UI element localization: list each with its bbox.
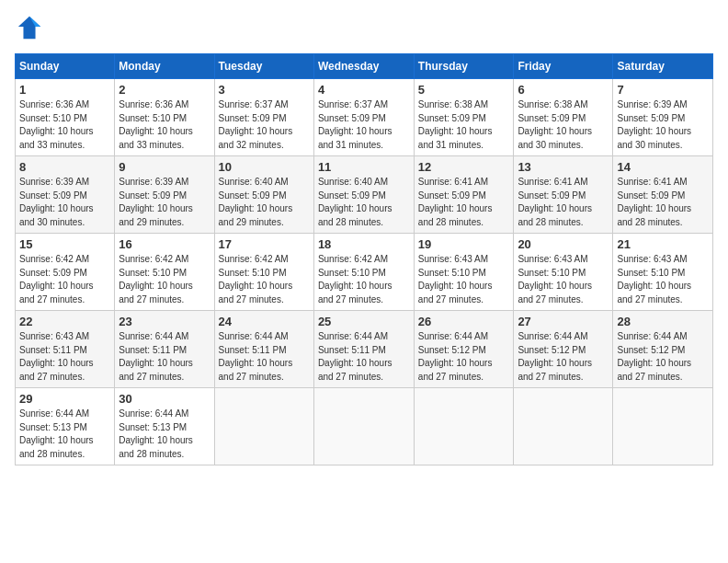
day-cell: 26Sunrise: 6:44 AMSunset: 5:12 PMDayligh… xyxy=(414,311,514,388)
day-number: 23 xyxy=(119,315,210,328)
week-row-4: 22Sunrise: 6:43 AMSunset: 5:11 PMDayligh… xyxy=(16,311,713,388)
day-info: Sunrise: 6:44 AMSunset: 5:13 PMDaylight:… xyxy=(119,408,210,461)
day-number: 5 xyxy=(418,83,510,97)
calendar-table: SundayMondayTuesdayWednesdayThursdayFrid… xyxy=(15,53,713,465)
day-info: Sunrise: 6:37 AMSunset: 5:09 PMDaylight:… xyxy=(318,98,410,152)
day-info: Sunrise: 6:40 AMSunset: 5:09 PMDaylight:… xyxy=(318,176,410,229)
day-number: 29 xyxy=(19,392,110,406)
day-info: Sunrise: 6:39 AMSunset: 5:09 PMDaylight:… xyxy=(119,176,210,229)
column-header-sunday: Sunday xyxy=(16,54,115,79)
day-cell: 7Sunrise: 6:39 AMSunset: 5:09 PMDaylight… xyxy=(613,79,713,156)
day-number: 27 xyxy=(518,315,609,328)
day-cell: 10Sunrise: 6:40 AMSunset: 5:09 PMDayligh… xyxy=(214,156,313,234)
day-info: Sunrise: 6:42 AMSunset: 5:10 PMDaylight:… xyxy=(219,253,310,306)
day-info: Sunrise: 6:44 AMSunset: 5:11 PMDaylight:… xyxy=(318,330,410,384)
day-cell xyxy=(613,388,713,465)
day-info: Sunrise: 6:43 AMSunset: 5:10 PMDaylight:… xyxy=(418,253,510,306)
day-cell: 17Sunrise: 6:42 AMSunset: 5:10 PMDayligh… xyxy=(214,234,313,311)
week-row-3: 15Sunrise: 6:42 AMSunset: 5:09 PMDayligh… xyxy=(16,234,713,311)
day-number: 16 xyxy=(119,237,210,251)
day-number: 15 xyxy=(19,237,110,251)
column-header-friday: Friday xyxy=(514,54,613,79)
column-header-tuesday: Tuesday xyxy=(214,54,313,79)
column-header-wednesday: Wednesday xyxy=(313,54,414,79)
day-cell: 25Sunrise: 6:44 AMSunset: 5:11 PMDayligh… xyxy=(313,311,414,388)
week-row-2: 8Sunrise: 6:39 AMSunset: 5:09 PMDaylight… xyxy=(16,156,713,234)
day-info: Sunrise: 6:40 AMSunset: 5:09 PMDaylight:… xyxy=(219,176,310,229)
day-info: Sunrise: 6:38 AMSunset: 5:09 PMDaylight:… xyxy=(518,98,609,152)
column-header-monday: Monday xyxy=(115,54,214,79)
day-info: Sunrise: 6:44 AMSunset: 5:13 PMDaylight:… xyxy=(19,408,110,461)
day-number: 6 xyxy=(518,83,609,97)
day-number: 9 xyxy=(119,160,210,174)
day-cell: 13Sunrise: 6:41 AMSunset: 5:09 PMDayligh… xyxy=(514,156,613,234)
day-info: Sunrise: 6:44 AMSunset: 5:11 PMDaylight:… xyxy=(219,330,310,384)
day-info: Sunrise: 6:44 AMSunset: 5:12 PMDaylight:… xyxy=(518,330,609,384)
calendar-header-row: SundayMondayTuesdayWednesdayThursdayFrid… xyxy=(16,54,713,79)
day-number: 4 xyxy=(318,83,410,97)
day-info: Sunrise: 6:36 AMSunset: 5:10 PMDaylight:… xyxy=(19,98,110,152)
day-cell xyxy=(313,388,414,465)
day-number: 30 xyxy=(119,392,210,406)
logo xyxy=(15,15,44,44)
day-number: 17 xyxy=(219,237,310,251)
day-number: 24 xyxy=(219,315,310,328)
day-info: Sunrise: 6:44 AMSunset: 5:11 PMDaylight:… xyxy=(119,330,210,384)
day-cell: 19Sunrise: 6:43 AMSunset: 5:10 PMDayligh… xyxy=(414,234,514,311)
day-cell: 23Sunrise: 6:44 AMSunset: 5:11 PMDayligh… xyxy=(115,311,214,388)
day-info: Sunrise: 6:44 AMSunset: 5:12 PMDaylight:… xyxy=(418,330,510,384)
day-cell: 9Sunrise: 6:39 AMSunset: 5:09 PMDaylight… xyxy=(115,156,214,234)
day-number: 2 xyxy=(119,83,210,97)
day-info: Sunrise: 6:43 AMSunset: 5:10 PMDaylight:… xyxy=(617,253,709,306)
column-header-saturday: Saturday xyxy=(613,54,713,79)
day-cell: 20Sunrise: 6:43 AMSunset: 5:10 PMDayligh… xyxy=(514,234,613,311)
day-info: Sunrise: 6:38 AMSunset: 5:09 PMDaylight:… xyxy=(418,98,510,152)
day-cell: 21Sunrise: 6:43 AMSunset: 5:10 PMDayligh… xyxy=(613,234,713,311)
day-info: Sunrise: 6:41 AMSunset: 5:09 PMDaylight:… xyxy=(617,176,709,229)
day-number: 22 xyxy=(19,315,110,328)
day-cell: 29Sunrise: 6:44 AMSunset: 5:13 PMDayligh… xyxy=(16,388,115,465)
day-cell xyxy=(514,388,613,465)
day-info: Sunrise: 6:42 AMSunset: 5:09 PMDaylight:… xyxy=(19,253,110,306)
day-cell: 5Sunrise: 6:38 AMSunset: 5:09 PMDaylight… xyxy=(414,79,514,156)
day-cell: 28Sunrise: 6:44 AMSunset: 5:12 PMDayligh… xyxy=(613,311,713,388)
day-cell: 2Sunrise: 6:36 AMSunset: 5:10 PMDaylight… xyxy=(115,79,214,156)
week-row-5: 29Sunrise: 6:44 AMSunset: 5:13 PMDayligh… xyxy=(16,388,713,465)
day-cell xyxy=(214,388,313,465)
day-cell: 3Sunrise: 6:37 AMSunset: 5:09 PMDaylight… xyxy=(214,79,313,156)
day-info: Sunrise: 6:43 AMSunset: 5:10 PMDaylight:… xyxy=(518,253,609,306)
day-number: 20 xyxy=(518,237,609,251)
day-cell: 12Sunrise: 6:41 AMSunset: 5:09 PMDayligh… xyxy=(414,156,514,234)
day-info: Sunrise: 6:39 AMSunset: 5:09 PMDaylight:… xyxy=(617,98,709,152)
day-cell: 6Sunrise: 6:38 AMSunset: 5:09 PMDaylight… xyxy=(514,79,613,156)
week-row-1: 1Sunrise: 6:36 AMSunset: 5:10 PMDaylight… xyxy=(16,79,713,156)
day-cell: 27Sunrise: 6:44 AMSunset: 5:12 PMDayligh… xyxy=(514,311,613,388)
day-number: 18 xyxy=(318,237,410,251)
day-number: 25 xyxy=(318,315,410,328)
day-cell: 11Sunrise: 6:40 AMSunset: 5:09 PMDayligh… xyxy=(313,156,414,234)
day-info: Sunrise: 6:36 AMSunset: 5:10 PMDaylight:… xyxy=(119,98,210,152)
day-cell: 24Sunrise: 6:44 AMSunset: 5:11 PMDayligh… xyxy=(214,311,313,388)
day-cell: 1Sunrise: 6:36 AMSunset: 5:10 PMDaylight… xyxy=(16,79,115,156)
svg-marker-0 xyxy=(18,17,40,39)
day-number: 26 xyxy=(418,315,510,328)
day-number: 8 xyxy=(19,160,110,174)
day-info: Sunrise: 6:39 AMSunset: 5:09 PMDaylight:… xyxy=(19,176,110,229)
day-number: 11 xyxy=(318,160,410,174)
day-number: 28 xyxy=(617,315,709,328)
day-cell: 16Sunrise: 6:42 AMSunset: 5:10 PMDayligh… xyxy=(115,234,214,311)
day-cell: 15Sunrise: 6:42 AMSunset: 5:09 PMDayligh… xyxy=(16,234,115,311)
day-number: 7 xyxy=(617,83,709,97)
day-cell: 30Sunrise: 6:44 AMSunset: 5:13 PMDayligh… xyxy=(115,388,214,465)
day-cell: 4Sunrise: 6:37 AMSunset: 5:09 PMDaylight… xyxy=(313,79,414,156)
day-cell: 18Sunrise: 6:42 AMSunset: 5:10 PMDayligh… xyxy=(313,234,414,311)
day-cell: 8Sunrise: 6:39 AMSunset: 5:09 PMDaylight… xyxy=(16,156,115,234)
column-header-thursday: Thursday xyxy=(414,54,514,79)
day-cell: 14Sunrise: 6:41 AMSunset: 5:09 PMDayligh… xyxy=(613,156,713,234)
day-number: 13 xyxy=(518,160,609,174)
day-info: Sunrise: 6:37 AMSunset: 5:09 PMDaylight:… xyxy=(219,98,310,152)
day-number: 12 xyxy=(418,160,510,174)
day-cell: 22Sunrise: 6:43 AMSunset: 5:11 PMDayligh… xyxy=(16,311,115,388)
day-number: 21 xyxy=(617,237,709,251)
day-number: 1 xyxy=(19,83,110,97)
